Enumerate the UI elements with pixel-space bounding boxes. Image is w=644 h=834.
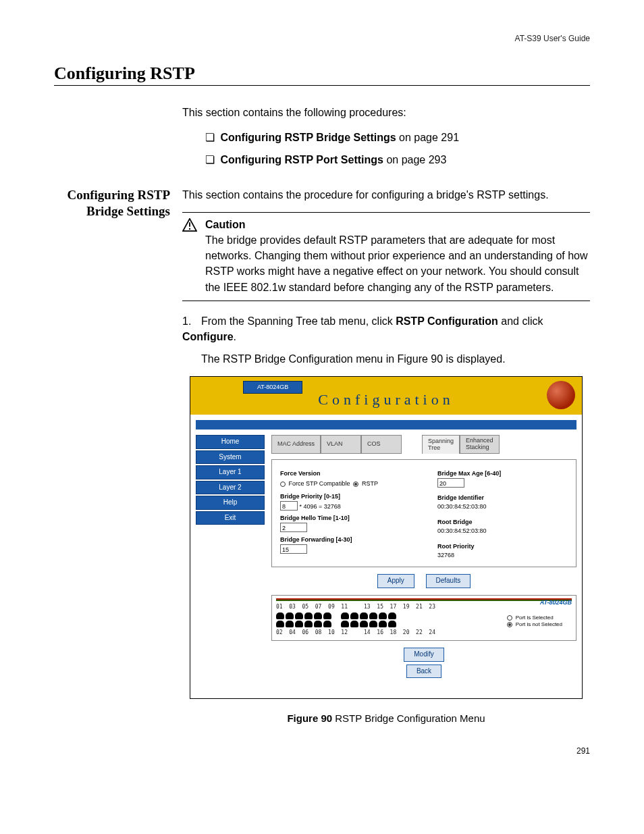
legend-radio-selected <box>507 615 512 621</box>
step-1: 1.From the Spanning Tree tab menu, click… <box>182 313 590 344</box>
radio-force-stp[interactable] <box>280 481 286 487</box>
step-1-result: The RSTP Bridge Configuration menu in Fi… <box>182 351 590 367</box>
root-priority-value: 32768 <box>437 551 568 560</box>
bridge-id-label: Bridge Identifier <box>437 494 568 502</box>
svg-point-1 <box>189 228 190 229</box>
nav-help[interactable]: Help <box>196 496 265 510</box>
checkbox-icon: ❏ <box>205 152 217 167</box>
nav-home[interactable]: Home <box>196 435 265 449</box>
legend-radio-not-selected <box>507 622 512 627</box>
port-numbers-top: 01 03 05 07 09 11 13 15 17 19 21 23 <box>276 603 572 611</box>
config-panel: Force Version Force STP Compatible RSTP … <box>271 459 576 567</box>
root-priority-label: Root Priority <box>437 542 568 551</box>
max-age-input[interactable]: 20 <box>437 478 464 488</box>
modify-button[interactable]: Modify <box>404 648 444 662</box>
forwarding-label: Bridge Forwarding [4-30] <box>280 536 410 544</box>
bridge-priority-calc: * 4096 = 32768 <box>300 503 341 510</box>
nav-layer1[interactable]: Layer 1 <box>196 465 265 479</box>
checkbox-icon: ❏ <box>205 130 217 145</box>
caution-body: The bridge provides default RSTP paramet… <box>205 232 590 295</box>
nav-sidebar: Home System Layer 1 Layer 2 Help Exit <box>196 435 265 685</box>
max-age-label: Bridge Max Age [6-40] <box>437 469 568 478</box>
port-numbers-bottom: 02 04 06 08 10 12 14 16 18 20 22 24 <box>276 629 572 637</box>
page-header-guide: AT-S39 User's Guide <box>54 34 590 43</box>
subsection-intro: This section contains the procedure for … <box>182 187 590 203</box>
force-version-label: Force Version <box>280 469 410 478</box>
page-number: 291 <box>54 746 590 756</box>
hello-time-input[interactable]: 2 <box>280 523 307 532</box>
side-heading: Configuring RSTP Bridge Settings <box>54 187 182 746</box>
section-title: Configuring RSTP <box>54 63 590 86</box>
bullet-item: ❏ Configuring RSTP Bridge Settings on pa… <box>182 130 590 145</box>
caution-box: Caution The bridge provides default RSTP… <box>182 212 590 301</box>
tab-mac[interactable]: MAC Address <box>271 435 321 454</box>
bridge-priority-input[interactable]: 8 <box>280 501 298 511</box>
warning-icon <box>182 217 205 295</box>
nav-exit[interactable]: Exit <box>196 511 265 525</box>
tab-enhanced-stacking[interactable]: Enhanced Stacking <box>460 435 500 454</box>
radio-rstp[interactable] <box>353 481 358 487</box>
port-panel: AT-8024GB 01 03 05 07 09 11 13 15 17 19 … <box>271 595 576 641</box>
model-tab: AT-8024GB <box>243 381 302 394</box>
root-bridge-value: 00:30:84:52:03:80 <box>437 527 568 536</box>
nav-system[interactable]: System <box>196 450 265 465</box>
figure-screenshot: AT-8024GB Configuration Home System Laye… <box>190 376 583 699</box>
tab-row: MAC Address VLAN COS Spanning Tree Enhan… <box>271 435 576 454</box>
port-panel-model: AT-8024GB <box>540 598 572 607</box>
back-button[interactable]: Back <box>406 664 441 679</box>
tab-cos[interactable]: COS <box>361 435 402 454</box>
bridge-priority-label: Bridge Priority [0-15] <box>280 492 410 501</box>
tab-vlan[interactable]: VLAN <box>321 435 361 454</box>
globe-icon <box>547 381 575 409</box>
apply-button[interactable]: Apply <box>377 574 414 588</box>
root-bridge-label: Root Bridge <box>437 518 568 527</box>
figure-caption: Figure 90 RSTP Bridge Configuration Menu <box>182 711 590 726</box>
caution-title: Caution <box>205 217 590 232</box>
forwarding-input[interactable]: 15 <box>280 544 307 554</box>
bullet-item: ❏ Configuring RSTP Port Settings on page… <box>182 152 590 167</box>
tab-spanning-tree[interactable]: Spanning Tree <box>422 435 460 454</box>
nav-layer2[interactable]: Layer 2 <box>196 481 265 495</box>
intro-text: This section contains the following proc… <box>182 105 590 120</box>
defaults-button[interactable]: Defaults <box>426 574 471 588</box>
bridge-id-value: 00:30:84:52:03:80 <box>437 502 568 511</box>
hello-time-label: Bridge Hello Time [1-10] <box>280 514 410 523</box>
